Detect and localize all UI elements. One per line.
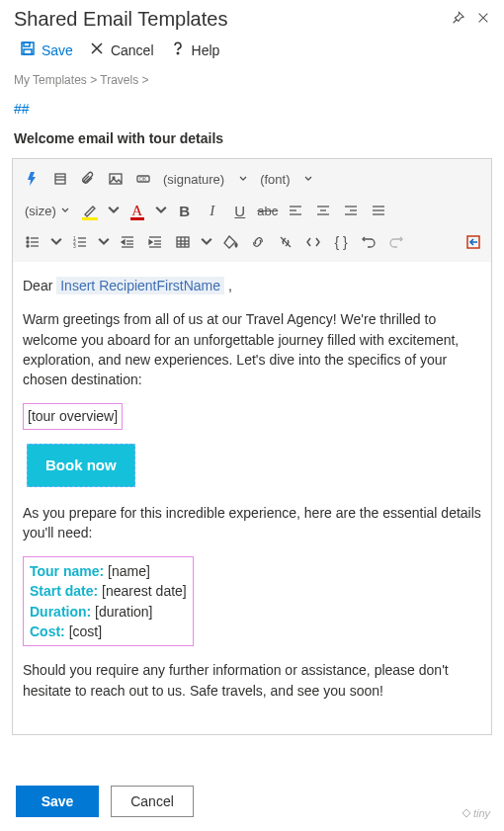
- pin-icon[interactable]: [451, 11, 464, 28]
- outdent-icon[interactable]: [114, 228, 141, 256]
- svg-point-3: [177, 52, 178, 53]
- svg-point-23: [27, 237, 29, 239]
- book-now-button[interactable]: Book now: [27, 444, 135, 487]
- braces-icon[interactable]: { }: [327, 228, 355, 256]
- chevron-down-icon[interactable]: [94, 228, 114, 256]
- align-justify-icon[interactable]: [365, 197, 392, 224]
- font-select[interactable]: (font): [254, 165, 319, 193]
- editor-body[interactable]: Dear Insert RecipientFirstName , Warm gr…: [12, 262, 492, 735]
- svg-rect-7: [110, 174, 122, 184]
- attachment-icon[interactable]: [74, 165, 102, 193]
- chevron-down-icon: [303, 172, 313, 187]
- image-icon[interactable]: [102, 165, 129, 193]
- save-icon: [20, 41, 36, 59]
- italic-icon[interactable]: I: [199, 197, 226, 224]
- bold-icon[interactable]: B: [171, 197, 199, 224]
- text-color-icon[interactable]: A: [124, 197, 151, 224]
- tiny-logo: tiny: [462, 807, 490, 819]
- cancel-button[interactable]: Cancel: [111, 786, 194, 817]
- table-icon[interactable]: [169, 228, 197, 256]
- pane-title: Shared Email Templates: [14, 8, 227, 31]
- template-icon[interactable]: [46, 165, 74, 193]
- button-icon[interactable]: OK: [129, 165, 157, 193]
- cancel-icon: [89, 41, 105, 59]
- svg-rect-2: [24, 49, 32, 54]
- macro-icon[interactable]: [19, 165, 46, 193]
- svg-text:3: 3: [73, 243, 76, 249]
- align-left-icon[interactable]: [282, 197, 309, 224]
- redo-icon[interactable]: [382, 228, 410, 256]
- chevron-down-icon: [60, 204, 70, 218]
- svg-rect-43: [177, 237, 189, 247]
- save-button[interactable]: Save: [16, 786, 99, 817]
- closing-paragraph: Should you require any further informati…: [23, 660, 481, 701]
- svg-rect-1: [24, 42, 30, 46]
- strikethrough-icon[interactable]: abc: [254, 197, 282, 224]
- number-list-icon[interactable]: 123: [66, 228, 94, 256]
- svg-point-27: [27, 245, 29, 247]
- undo-icon[interactable]: [355, 228, 382, 256]
- breadcrumb[interactable]: My Templates > Travels >: [0, 65, 504, 89]
- align-right-icon[interactable]: [337, 197, 365, 224]
- chevron-down-icon[interactable]: [46, 228, 66, 256]
- bullet-list-icon[interactable]: [19, 228, 46, 256]
- signature-select[interactable]: (signature): [157, 165, 254, 193]
- cancel-button[interactable]: Cancel: [89, 41, 154, 59]
- template-subject[interactable]: Welcome email with tour details: [0, 119, 504, 150]
- chevron-down-icon: [238, 172, 248, 187]
- paint-fill-icon[interactable]: [216, 228, 244, 256]
- underline-icon[interactable]: U: [226, 197, 254, 224]
- source-code-icon[interactable]: [299, 228, 327, 256]
- align-center-icon[interactable]: [309, 197, 337, 224]
- tour-overview-placeholder[interactable]: [tour overview]: [23, 403, 123, 429]
- help-icon: [170, 41, 186, 59]
- svg-text:OK: OK: [139, 176, 147, 182]
- help-button[interactable]: Help: [170, 41, 220, 59]
- editor-toolbar: OK (signature) (font) (size) A B I U abc…: [12, 158, 492, 262]
- chevron-down-icon[interactable]: [151, 197, 171, 224]
- unlink-icon[interactable]: [272, 228, 299, 256]
- hash-mark[interactable]: ##: [0, 89, 504, 119]
- close-icon[interactable]: [476, 11, 490, 28]
- chevron-down-icon[interactable]: [104, 197, 124, 224]
- recipient-firstname-field[interactable]: Insert RecipientFirstName: [56, 277, 224, 294]
- size-select[interactable]: (size): [19, 197, 76, 224]
- link-icon[interactable]: [244, 228, 272, 256]
- chevron-down-icon[interactable]: [197, 228, 216, 256]
- save-button[interactable]: Save: [20, 41, 73, 59]
- dear-text: Dear: [23, 278, 56, 293]
- tour-details-block[interactable]: Tour name: [name] Start date: [nearest d…: [23, 556, 194, 646]
- svg-rect-4: [55, 174, 65, 184]
- svg-point-25: [27, 241, 29, 243]
- indent-icon[interactable]: [141, 228, 169, 256]
- details-paragraph: As you prepare for this incredible exper…: [23, 503, 481, 543]
- exit-icon[interactable]: [460, 228, 487, 256]
- highlight-icon[interactable]: [76, 197, 104, 224]
- intro-paragraph: Warm greetings from all of us at our Tra…: [23, 309, 481, 389]
